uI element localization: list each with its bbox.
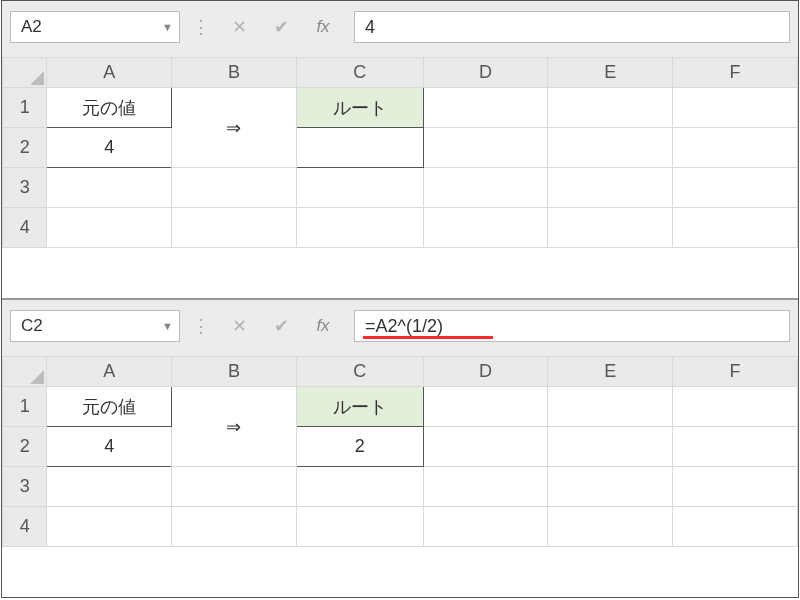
cancel-icon[interactable]: ✕ bbox=[222, 11, 256, 43]
col-header-F[interactable]: F bbox=[673, 357, 798, 387]
spreadsheet-pane-1: A2 ▼ ⋮ ✕ ✔ fx 4 A B bbox=[2, 1, 798, 298]
formula-value: 4 bbox=[365, 17, 375, 38]
cell-B3[interactable] bbox=[172, 168, 297, 208]
col-header-B[interactable]: B bbox=[172, 58, 297, 88]
select-all-corner[interactable] bbox=[3, 58, 47, 88]
cell-C1[interactable]: ルート bbox=[296, 88, 423, 128]
cell-D2[interactable] bbox=[423, 427, 548, 467]
cell-D2[interactable] bbox=[423, 128, 548, 168]
enter-icon[interactable]: ✔ bbox=[264, 11, 298, 43]
arrow-icon: ⇒ bbox=[172, 88, 297, 168]
cell-C4[interactable] bbox=[296, 208, 423, 248]
col-header-A[interactable]: A bbox=[47, 58, 172, 88]
fx-icon[interactable]: fx bbox=[306, 17, 340, 37]
cell-F3[interactable] bbox=[673, 168, 798, 208]
divider-dots-icon: ⋮ bbox=[188, 16, 214, 38]
formula-bar: C2 ▼ ⋮ ✕ ✔ fx =A2^(1/2) bbox=[2, 300, 798, 356]
cell-F1[interactable] bbox=[673, 88, 798, 128]
divider-dots-icon: ⋮ bbox=[188, 315, 214, 337]
cell-E3[interactable] bbox=[548, 168, 673, 208]
cell-A1[interactable]: 元の値 bbox=[47, 88, 172, 128]
svg-marker-0 bbox=[30, 71, 44, 85]
cell-C3[interactable] bbox=[296, 168, 423, 208]
col-header-A[interactable]: A bbox=[47, 357, 172, 387]
cell-F4[interactable] bbox=[673, 507, 798, 547]
row-header-3[interactable]: 3 bbox=[3, 467, 47, 507]
row-header-3[interactable]: 3 bbox=[3, 168, 47, 208]
name-box-value: C2 bbox=[21, 316, 43, 336]
cell-F3[interactable] bbox=[673, 467, 798, 507]
cell-A2[interactable]: 4 bbox=[47, 128, 172, 168]
svg-marker-1 bbox=[30, 370, 44, 384]
name-box-value: A2 bbox=[21, 17, 42, 37]
cell-F1[interactable] bbox=[673, 387, 798, 427]
cell-E1[interactable] bbox=[548, 387, 673, 427]
cell-E2[interactable] bbox=[548, 427, 673, 467]
cell-A2[interactable]: 4 bbox=[47, 427, 172, 467]
cell-B3[interactable] bbox=[172, 467, 297, 507]
row-header-1[interactable]: 1 bbox=[3, 387, 47, 427]
cell-E1[interactable] bbox=[548, 88, 673, 128]
col-header-C[interactable]: C bbox=[296, 357, 423, 387]
cell-D3[interactable] bbox=[423, 168, 548, 208]
highlight-underline bbox=[363, 336, 493, 339]
cancel-icon[interactable]: ✕ bbox=[222, 310, 256, 342]
formula-input[interactable]: 4 bbox=[354, 11, 790, 43]
cell-F2[interactable] bbox=[673, 427, 798, 467]
name-box[interactable]: A2 ▼ bbox=[10, 11, 180, 43]
arrow-icon: ⇒ bbox=[172, 387, 297, 467]
fx-icon[interactable]: fx bbox=[306, 316, 340, 336]
cell-D3[interactable] bbox=[423, 467, 548, 507]
name-box[interactable]: C2 ▼ bbox=[10, 310, 180, 342]
row-header-4[interactable]: 4 bbox=[3, 208, 47, 248]
cell-C2[interactable]: 2 bbox=[296, 427, 423, 467]
cell-A1[interactable]: 元の値 bbox=[47, 387, 172, 427]
dropdown-icon[interactable]: ▼ bbox=[162, 21, 173, 33]
formula-value: =A2^(1/2) bbox=[365, 316, 443, 337]
cell-D4[interactable] bbox=[423, 208, 548, 248]
cell-E4[interactable] bbox=[548, 208, 673, 248]
col-header-D[interactable]: D bbox=[423, 357, 548, 387]
cell-F2[interactable] bbox=[673, 128, 798, 168]
row-header-4[interactable]: 4 bbox=[3, 507, 47, 547]
enter-icon[interactable]: ✔ bbox=[264, 310, 298, 342]
row-header-2[interactable]: 2 bbox=[3, 128, 47, 168]
row-header-2[interactable]: 2 bbox=[3, 427, 47, 467]
cell-D4[interactable] bbox=[423, 507, 548, 547]
formula-bar: A2 ▼ ⋮ ✕ ✔ fx 4 bbox=[2, 1, 798, 57]
cell-C2[interactable] bbox=[296, 128, 423, 168]
formula-input[interactable]: =A2^(1/2) bbox=[354, 310, 790, 342]
col-header-D[interactable]: D bbox=[423, 58, 548, 88]
cell-C3[interactable] bbox=[296, 467, 423, 507]
cell-D1[interactable] bbox=[423, 387, 548, 427]
grid[interactable]: A B C D E F 1 元の値 ⇒ ルート 2 bbox=[2, 57, 798, 298]
cell-A3[interactable] bbox=[47, 168, 172, 208]
cell-F4[interactable] bbox=[673, 208, 798, 248]
grid[interactable]: A B C D E F 1 元の値 ⇒ ルート 2 bbox=[2, 356, 798, 597]
col-header-E[interactable]: E bbox=[548, 58, 673, 88]
cell-A4[interactable] bbox=[47, 507, 172, 547]
cell-E3[interactable] bbox=[548, 467, 673, 507]
cell-B4[interactable] bbox=[172, 507, 297, 547]
dropdown-icon[interactable]: ▼ bbox=[162, 320, 173, 332]
cell-E2[interactable] bbox=[548, 128, 673, 168]
cell-B4[interactable] bbox=[172, 208, 297, 248]
spreadsheet-pane-2: C2 ▼ ⋮ ✕ ✔ fx =A2^(1/2) A bbox=[2, 298, 798, 597]
cell-D1[interactable] bbox=[423, 88, 548, 128]
col-header-F[interactable]: F bbox=[673, 58, 798, 88]
cell-C4[interactable] bbox=[296, 507, 423, 547]
col-header-E[interactable]: E bbox=[548, 357, 673, 387]
cell-C1[interactable]: ルート bbox=[296, 387, 423, 427]
select-all-corner[interactable] bbox=[3, 357, 47, 387]
col-header-C[interactable]: C bbox=[296, 58, 423, 88]
col-header-B[interactable]: B bbox=[172, 357, 297, 387]
cell-A3[interactable] bbox=[47, 467, 172, 507]
cell-E4[interactable] bbox=[548, 507, 673, 547]
row-header-1[interactable]: 1 bbox=[3, 88, 47, 128]
cell-A4[interactable] bbox=[47, 208, 172, 248]
